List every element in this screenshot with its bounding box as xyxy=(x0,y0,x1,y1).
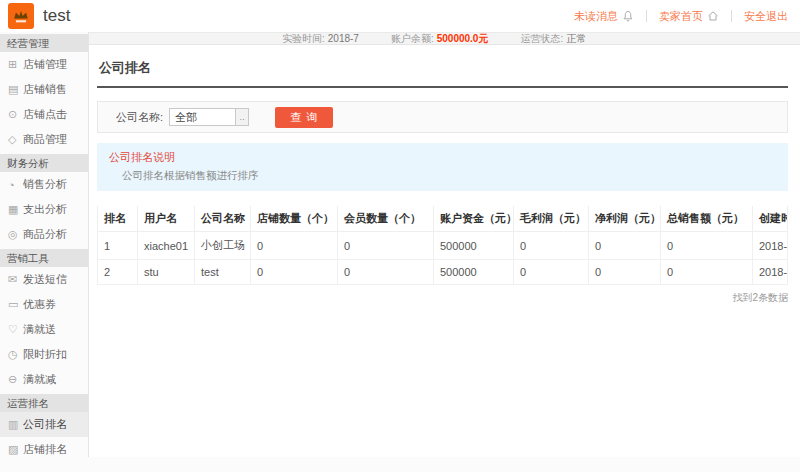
cell-create-time: 2018-7 xyxy=(753,232,788,260)
main-content: 公司排名 公司名称: 全部 ‥ 查询 公司排名说明 公司排名根据销售额进行排序 … xyxy=(89,45,800,472)
sales-analysis-icon: ◔ xyxy=(8,179,23,191)
col-username: 用户名 xyxy=(138,206,195,232)
col-create-time: 创建时间 xyxy=(753,206,788,232)
bottom-strip xyxy=(0,457,800,472)
cell-account-funds: 500000 xyxy=(434,232,514,260)
sidebar: 经营管理 ⊞ 店铺管理 ▤ 店铺销售 ⊙ 店铺点击 ◇ 商品管理 财务分析 ◔ … xyxy=(0,32,89,472)
sidebar-item-sales-analysis[interactable]: ◔ 销售分析 xyxy=(0,172,88,197)
filter-bar: 公司名称: 全部 ‥ 查询 xyxy=(97,101,788,133)
col-total-sales: 总销售额（元） xyxy=(661,206,753,232)
select-dropdown-handle[interactable]: ‥ xyxy=(235,109,248,125)
sms-icon: ✉ xyxy=(8,273,23,286)
notice-body: 公司排名根据销售额进行排序 xyxy=(109,169,776,183)
divider xyxy=(731,10,732,22)
experiment-time: 实验时间:2018-7 xyxy=(282,32,359,46)
limited-discount-icon: ◷ xyxy=(8,348,23,361)
sidebar-item-limited-discount[interactable]: ◷ 限时折扣 xyxy=(0,342,88,367)
cell-net-profit: 0 xyxy=(589,232,661,260)
cell-username: stu xyxy=(138,260,195,285)
company-name-select[interactable]: 全部 ‥ xyxy=(169,108,249,126)
notice-title: 公司排名说明 xyxy=(109,150,776,165)
logo-text: test xyxy=(43,6,70,26)
operation-status: 运营状态:正常 xyxy=(520,32,586,46)
top-links: 未读消息 卖家首页 安全退出 xyxy=(574,0,788,32)
gift-promo-icon: ♡ xyxy=(8,323,23,336)
col-account-funds: 账户资金（元） xyxy=(434,206,514,232)
top-header: test 未读消息 卖家首页 安全退出 xyxy=(0,0,800,32)
col-gross-profit: 毛利润（元） xyxy=(514,206,589,232)
product-analysis-icon: ◎ xyxy=(8,228,23,241)
logout-label: 安全退出 xyxy=(744,9,788,24)
home-icon xyxy=(707,10,719,22)
sidebar-item-coupon[interactable]: ▭ 优惠券 xyxy=(0,292,88,317)
cell-gross-profit: 0 xyxy=(514,260,589,285)
logout-link[interactable]: 安全退出 xyxy=(744,9,788,24)
unread-messages-label: 未读消息 xyxy=(574,9,618,24)
company-ranking-icon: ▥ xyxy=(8,418,23,431)
notice-box: 公司排名说明 公司排名根据销售额进行排序 xyxy=(97,143,788,191)
cell-account-funds: 500000 xyxy=(434,260,514,285)
col-rank: 排名 xyxy=(98,206,138,232)
sidebar-item-product-management[interactable]: ◇ 商品管理 xyxy=(0,127,88,152)
cell-rank: 1 xyxy=(98,232,138,260)
sidebar-section-finance-analysis: 财务分析 xyxy=(0,154,88,172)
cell-total-sales: 0 xyxy=(661,260,753,285)
sidebar-item-shop-management[interactable]: ⊞ 店铺管理 xyxy=(0,52,88,77)
bell-icon xyxy=(622,10,634,22)
table-row: 2 stu test 0 0 500000 0 0 0 2018-7 xyxy=(98,260,788,285)
cell-member-count: 0 xyxy=(338,260,434,285)
ranking-table: 排名 用户名 公司名称 店铺数量（个） 会员数量（个） 账户资金（元） 毛利润（… xyxy=(97,206,788,285)
divider xyxy=(646,10,647,22)
table-row: 1 xiache01 小创工场 0 0 500000 0 0 0 2018-7 xyxy=(98,232,788,260)
crown-icon xyxy=(10,5,32,27)
shop-sales-icon: ▤ xyxy=(8,83,23,96)
reduction-promo-icon: ⊖ xyxy=(8,373,23,386)
col-member-count: 会员数量（个） xyxy=(338,206,434,232)
result-count-note: 找到2条数据 xyxy=(97,291,788,305)
cell-member-count: 0 xyxy=(338,232,434,260)
col-company-name: 公司名称 xyxy=(195,206,251,232)
col-net-profit: 净利润（元） xyxy=(589,206,661,232)
sidebar-item-reduction-promo[interactable]: ⊖ 满就减 xyxy=(0,367,88,392)
cell-gross-profit: 0 xyxy=(514,232,589,260)
expense-analysis-icon: ▦ xyxy=(8,203,23,216)
col-shop-count: 店铺数量（个） xyxy=(251,206,338,232)
sidebar-section-marketing-tools: 营销工具 xyxy=(0,249,88,267)
shop-management-icon: ⊞ xyxy=(8,58,23,71)
sidebar-item-gift-promo[interactable]: ♡ 满就送 xyxy=(0,317,88,342)
page-title: 公司排名 xyxy=(97,55,788,88)
sidebar-item-expense-analysis[interactable]: ▦ 支出分析 xyxy=(0,197,88,222)
sidebar-item-shop-sales[interactable]: ▤ 店铺销售 xyxy=(0,77,88,102)
sidebar-item-shop-clicks[interactable]: ⊙ 店铺点击 xyxy=(0,102,88,127)
cell-create-time: 2018-7 xyxy=(753,260,788,285)
table-header-row: 排名 用户名 公司名称 店铺数量（个） 会员数量（个） 账户资金（元） 毛利润（… xyxy=(98,206,788,232)
logo-icon xyxy=(8,3,34,29)
balance-value: 500000.0元 xyxy=(437,33,489,44)
cell-username: xiache01 xyxy=(138,232,195,260)
sidebar-section-ranking: 运营排名 xyxy=(0,394,88,412)
company-name-label: 公司名称: xyxy=(116,110,163,125)
query-button[interactable]: 查询 xyxy=(275,107,333,128)
logo[interactable]: test xyxy=(8,3,70,29)
sidebar-item-product-analysis[interactable]: ◎ 商品分析 xyxy=(0,222,88,247)
sidebar-item-company-ranking[interactable]: ▥ 公司排名 xyxy=(0,412,88,437)
cell-shop-count: 0 xyxy=(251,260,338,285)
cell-rank: 2 xyxy=(98,260,138,285)
cell-net-profit: 0 xyxy=(589,260,661,285)
unread-messages-link[interactable]: 未读消息 xyxy=(574,9,634,24)
seller-home-link[interactable]: 卖家首页 xyxy=(659,9,719,24)
shop-clicks-icon: ⊙ xyxy=(8,108,23,121)
cell-company-name: 小创工场 xyxy=(195,232,251,260)
account-balance: 账户余额:500000.0元 xyxy=(391,32,489,46)
select-value: 全部 xyxy=(170,110,197,125)
app-window: test 未读消息 卖家首页 安全退出 xyxy=(0,0,800,472)
cell-company-name: test xyxy=(195,260,251,285)
sidebar-item-send-sms[interactable]: ✉ 发送短信 xyxy=(0,267,88,292)
cell-total-sales: 0 xyxy=(661,232,753,260)
cell-shop-count: 0 xyxy=(251,232,338,260)
sidebar-section-operation-mgmt: 经营管理 xyxy=(0,34,88,52)
product-management-icon: ◇ xyxy=(8,133,23,146)
coupon-icon: ▭ xyxy=(8,298,23,311)
shop-ranking-icon: ▨ xyxy=(8,443,23,456)
info-bar: 实验时间:2018-7 账户余额:500000.0元 运营状态:正常 xyxy=(89,32,800,45)
